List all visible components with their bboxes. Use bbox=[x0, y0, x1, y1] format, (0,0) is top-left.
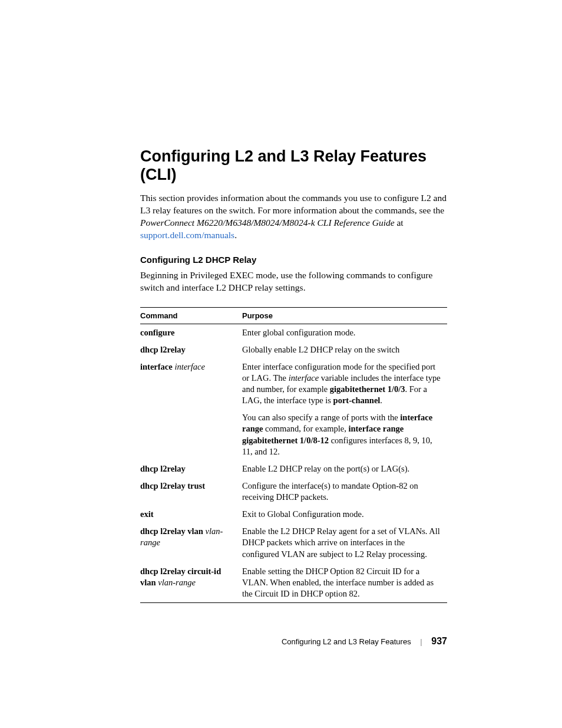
cell-purpose: Enter global configuration mode. bbox=[242, 324, 447, 341]
cell-command: dhcp l2relay bbox=[140, 341, 242, 358]
cell-command: exit bbox=[140, 506, 242, 523]
page-title: Configuring L2 and L3 Relay Features (CL… bbox=[140, 147, 447, 184]
cell-purpose: You can also specify a range of ports wi… bbox=[242, 409, 447, 460]
footer-separator: | bbox=[413, 637, 429, 646]
intro-at: at bbox=[395, 218, 404, 228]
footer-page-number: 937 bbox=[431, 636, 447, 646]
cell-purpose: Enable L2 DHCP relay on the port(s) or L… bbox=[242, 460, 447, 477]
cell-purpose: Globally enable L2 DHCP relay on the swi… bbox=[242, 341, 447, 358]
col-command: Command bbox=[140, 307, 242, 324]
cell-purpose: Configure the interface(s) to mandate Op… bbox=[242, 477, 447, 506]
table-row: dhcp l2relay circuit-id vlan vlan-rangeE… bbox=[140, 563, 447, 603]
intro-paragraph: This section provides information about … bbox=[140, 192, 447, 242]
table-row: exitExit to Global Configuration mode. bbox=[140, 506, 447, 523]
table-row: dhcp l2relay trustConfigure the interfac… bbox=[140, 477, 447, 506]
table-header-row: Command Purpose bbox=[140, 307, 447, 324]
table-row: dhcp l2relayEnable L2 DHCP relay on the … bbox=[140, 460, 447, 477]
table-row: dhcp l2relay vlan vlan-rangeEnable the L… bbox=[140, 523, 447, 562]
cell-command: dhcp l2relay circuit-id vlan vlan-range bbox=[140, 563, 242, 603]
section-lead: Beginning in Privileged EXEC mode, use t… bbox=[140, 269, 447, 294]
cell-command: dhcp l2relay bbox=[140, 460, 242, 477]
section-heading: Configuring L2 DHCP Relay bbox=[140, 255, 447, 265]
intro-post: . bbox=[234, 230, 237, 240]
cell-purpose: Exit to Global Configuration mode. bbox=[242, 506, 447, 523]
cell-purpose: Enable the L2 DHCP Relay agent for a set… bbox=[242, 523, 447, 562]
col-purpose: Purpose bbox=[242, 307, 447, 324]
intro-link[interactable]: support.dell.com/manuals bbox=[140, 230, 234, 240]
page-body: Configuring L2 and L3 Relay Features (CL… bbox=[0, 0, 562, 603]
cell-purpose: Enable setting the DHCP Option 82 Circui… bbox=[242, 563, 447, 603]
table-row: You can also specify a range of ports wi… bbox=[140, 409, 447, 460]
table-row: dhcp l2relayGlobally enable L2 DHCP rela… bbox=[140, 341, 447, 358]
cell-command: dhcp l2relay vlan vlan-range bbox=[140, 523, 242, 562]
intro-reference: PowerConnect M6220/M6348/M8024/M8024-k C… bbox=[140, 218, 395, 228]
command-table: Command Purpose configureEnter global co… bbox=[140, 307, 447, 604]
table-row: configureEnter global configuration mode… bbox=[140, 324, 447, 341]
cell-purpose: Enter interface configuration mode for t… bbox=[242, 358, 447, 410]
intro-pre: This section provides information about … bbox=[140, 193, 447, 215]
cell-command: interface interface bbox=[140, 358, 242, 410]
cell-command: configure bbox=[140, 324, 242, 341]
cell-command: dhcp l2relay trust bbox=[140, 477, 242, 506]
cell-command bbox=[140, 409, 242, 460]
footer-title: Configuring L2 and L3 Relay Features bbox=[282, 637, 411, 646]
table-row: interface interfaceEnter interface confi… bbox=[140, 358, 447, 410]
page-footer: Configuring L2 and L3 Relay Features | 9… bbox=[282, 636, 447, 647]
